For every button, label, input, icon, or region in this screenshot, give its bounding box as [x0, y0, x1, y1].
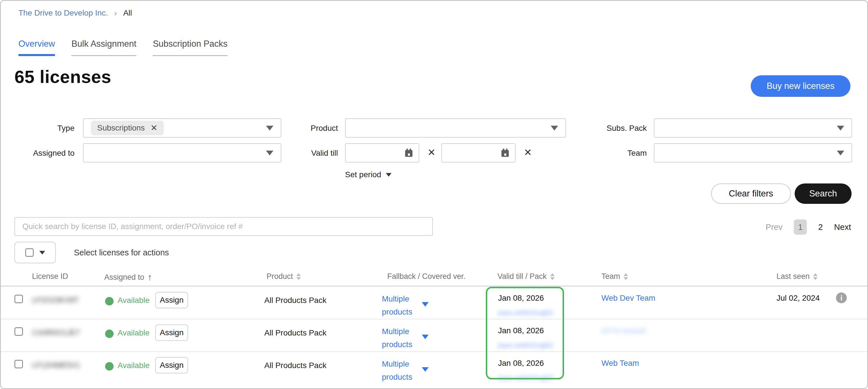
column-last-seen-label: Last seen	[776, 272, 810, 281]
pagination-prev[interactable]: Prev	[766, 223, 783, 232]
product-cell: All Products Pack	[264, 328, 327, 337]
license-id-blurred: LF2O23KX8T	[32, 296, 79, 304]
column-valid-till[interactable]: Valid till / Pack	[497, 272, 555, 281]
sort-ascending-icon: ↑	[148, 272, 152, 283]
column-license-id-label: License ID	[32, 272, 68, 281]
column-fallback-label: Fallback / Covered ver.	[387, 272, 465, 281]
tab-subscription-packs[interactable]: Subscription Packs	[153, 39, 227, 56]
assigned-to-filter-label: Assigned to	[1, 149, 74, 158]
chevron-down-icon[interactable]	[422, 335, 429, 339]
column-assigned-to[interactable]: Assigned to ↑	[104, 272, 152, 283]
select-licenses-hint: Select licenses for actions	[74, 248, 169, 257]
license-id-blurred: CA0R0O1JE7	[32, 328, 80, 337]
column-license-id: License ID	[32, 272, 68, 281]
row-checkbox[interactable]	[14, 295, 23, 303]
valid-till-to-input[interactable]	[441, 143, 516, 163]
assigned-to-filter-select[interactable]	[83, 143, 281, 163]
team-filter-select[interactable]	[654, 143, 852, 163]
product-cell: All Products Pack	[264, 361, 327, 370]
bulk-select-row: Select licenses for actions	[14, 242, 169, 263]
last-seen-cell: Jul 02, 2024	[776, 294, 820, 303]
valid-till-cell: Jan 08, 2026	[498, 294, 544, 303]
sort-toggle-icon	[623, 273, 628, 280]
clear-filters-button[interactable]: Clear filters	[711, 184, 791, 204]
column-assigned-to-label: Assigned to	[104, 273, 144, 282]
table-row: LF12HME5X1 Available Assign All Products…	[1, 351, 867, 384]
pack-link-blurred[interactable]: jnpa.web02xqj62	[498, 308, 553, 317]
chevron-down-icon	[837, 151, 844, 155]
subs-pack-filter-select[interactable]	[654, 118, 852, 138]
column-product[interactable]: Product	[267, 272, 301, 281]
license-id-blurred: LF12HME5X1	[32, 361, 80, 370]
chevron-down-icon[interactable]	[422, 367, 429, 372]
column-team-label: Team	[601, 272, 620, 281]
table-header: License ID Assigned to ↑ Product Fallbac…	[1, 272, 867, 286]
column-product-label: Product	[267, 272, 293, 281]
type-filter-label: Type	[1, 124, 74, 133]
set-period-dropdown[interactable]: Set period	[345, 170, 392, 179]
type-filter-select[interactable]: Subscriptions ✕	[83, 118, 281, 138]
column-team[interactable]: Team	[601, 272, 628, 281]
quick-search-input[interactable]	[14, 217, 433, 236]
pack-link-blurred[interactable]: jnpa.web02xqj62	[498, 374, 553, 382]
team-link[interactable]: Web Team	[601, 359, 639, 368]
sort-toggle-icon	[550, 273, 555, 280]
status-badge: Available	[118, 361, 150, 370]
row-checkbox[interactable]	[14, 327, 23, 336]
column-valid-till-label: Valid till / Pack	[497, 272, 547, 281]
valid-till-from-input[interactable]	[345, 143, 419, 163]
column-last-seen[interactable]: Last seen	[776, 272, 817, 281]
info-icon[interactable]: i	[836, 292, 847, 303]
table-row: LF2O23KX8T Available Assign All Products…	[1, 286, 867, 319]
multiple-products-link[interactable]: Multiple products	[382, 325, 422, 351]
status-dot-icon	[105, 297, 114, 305]
type-chip-label: Subscriptions	[97, 124, 145, 132]
chevron-down-icon	[39, 251, 45, 255]
pagination-page-1[interactable]: 1	[794, 219, 807, 235]
select-all-dropdown-button[interactable]	[14, 242, 56, 263]
sort-toggle-icon	[296, 273, 301, 280]
assign-button[interactable]: Assign	[155, 292, 188, 308]
sort-toggle-icon	[813, 273, 817, 280]
team-link-blurred[interactable]: b37w.wswa0	[601, 326, 647, 335]
row-checkbox[interactable]	[14, 360, 23, 368]
clear-date-icon[interactable]: ✕	[428, 148, 436, 157]
column-fallback: Fallback / Covered ver.	[387, 272, 465, 281]
multiple-products-link[interactable]: Multiple products	[382, 292, 422, 319]
chevron-down-icon	[386, 173, 392, 177]
calendar-icon	[404, 148, 413, 158]
clear-date-icon[interactable]: ✕	[524, 148, 532, 157]
breadcrumb-current: All	[123, 8, 132, 18]
pagination: Prev 1 2 Next	[766, 219, 851, 235]
valid-till-filter-label: Valid till	[256, 149, 338, 158]
buy-new-licenses-button[interactable]: Buy new licenses	[751, 75, 850, 97]
pack-link-blurred[interactable]: jnpa.web02xqj62	[498, 341, 553, 350]
assign-button[interactable]: Assign	[155, 324, 188, 341]
status-dot-icon	[105, 329, 114, 338]
multiple-products-link[interactable]: Multiple products	[382, 358, 422, 384]
breadcrumb-separator-icon: ›	[114, 8, 117, 18]
pagination-page-2[interactable]: 2	[818, 223, 823, 232]
tab-bulk-assignment[interactable]: Bulk Assignment	[71, 39, 136, 56]
tab-overview[interactable]: Overview	[19, 39, 55, 56]
product-filter-label: Product	[256, 124, 338, 133]
select-all-checkbox[interactable]	[25, 248, 34, 257]
table-row: CA0R0O1JE7 Available Assign All Products…	[1, 319, 867, 352]
assign-button[interactable]: Assign	[155, 357, 188, 374]
pagination-next[interactable]: Next	[834, 223, 851, 232]
search-button[interactable]: Search	[795, 184, 851, 204]
breadcrumb-company-link[interactable]: The Drive to Develop Inc.	[19, 8, 108, 18]
chip-close-icon[interactable]: ✕	[150, 124, 157, 132]
tab-bar: Overview Bulk Assignment Subscription Pa…	[19, 39, 227, 56]
valid-till-cell: Jan 08, 2026	[498, 359, 544, 368]
product-filter-select[interactable]	[345, 118, 566, 138]
chevron-down-icon	[837, 126, 844, 131]
chevron-down-icon[interactable]	[422, 302, 429, 306]
status-badge: Available	[118, 328, 150, 337]
status-badge: Available	[118, 296, 150, 305]
type-filter-chip: Subscriptions ✕	[91, 121, 164, 135]
chevron-down-icon	[551, 126, 558, 131]
team-filter-label: Team	[565, 149, 647, 158]
page-title: 65 licenses	[14, 67, 111, 87]
team-link[interactable]: Web Dev Team	[601, 294, 655, 303]
